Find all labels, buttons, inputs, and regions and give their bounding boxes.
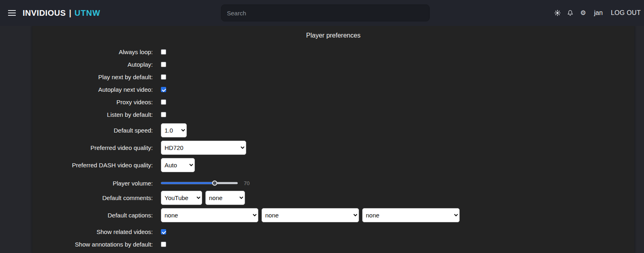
logout-link[interactable]: LOG OUT bbox=[611, 9, 641, 17]
proxy-videos-label: Proxy videos: bbox=[32, 99, 153, 105]
always-loop-checkbox[interactable] bbox=[161, 49, 166, 55]
volume-thumb[interactable] bbox=[212, 181, 217, 186]
default-captions-select-3[interactable]: none bbox=[362, 208, 460, 222]
annotations-checkbox[interactable] bbox=[161, 242, 166, 247]
search-input[interactable] bbox=[221, 4, 429, 21]
default-captions-label: Default captions: bbox=[32, 212, 153, 219]
bell-icon[interactable] bbox=[567, 9, 574, 17]
autoplay-next-checkbox[interactable] bbox=[161, 87, 166, 92]
preferences-form: Always loop: Autoplay: Play next by defa… bbox=[32, 46, 634, 251]
user-name[interactable]: jan bbox=[594, 9, 603, 17]
volume-value: 70 bbox=[244, 180, 249, 186]
pref-row-play-next: Play next by default: bbox=[32, 71, 634, 83]
sun-icon[interactable] bbox=[554, 9, 561, 17]
default-comments-select-1[interactable]: YouTube bbox=[161, 191, 202, 205]
video-quality-label: Preferred video quality: bbox=[32, 144, 153, 151]
pref-row-listen-default: Listen by default: bbox=[32, 108, 634, 121]
pref-row-player-volume: Player volume: 70 bbox=[32, 175, 634, 191]
preferences-page: Player preferences Always loop: Autoplay… bbox=[32, 26, 634, 253]
default-comments-select-2[interactable]: none bbox=[205, 191, 245, 205]
menu-icon[interactable] bbox=[7, 8, 17, 17]
autoplay-next-label: Autoplay next video: bbox=[32, 86, 153, 93]
related-videos-checkbox[interactable] bbox=[161, 229, 166, 234]
navbar-right: ⚙ jan LOG OUT bbox=[554, 9, 641, 17]
logo-link[interactable]: INVIDIOUS | UTNW bbox=[23, 8, 100, 18]
pref-row-default-comments: Default comments: YouTube none bbox=[32, 191, 634, 205]
pref-row-dash-quality: Preferred DASH video quality: Auto bbox=[32, 158, 634, 172]
pref-row-always-loop: Always loop: bbox=[32, 46, 634, 58]
annotations-label: Show annotations by default: bbox=[32, 241, 153, 248]
pref-row-annotations: Show annotations by default: bbox=[32, 238, 634, 251]
default-comments-label: Default comments: bbox=[32, 194, 153, 201]
default-captions-select-2[interactable]: none bbox=[262, 208, 359, 222]
search-container bbox=[221, 4, 429, 21]
default-captions-select-1[interactable]: none bbox=[161, 208, 258, 222]
pref-row-proxy-videos: Proxy videos: bbox=[32, 96, 634, 108]
pref-row-default-speed: Default speed: 1.0 bbox=[32, 123, 634, 137]
page-title: Player preferences bbox=[32, 26, 634, 39]
pref-row-video-quality: Preferred video quality: HD720 bbox=[32, 141, 634, 155]
logo-instance-text: UTNW bbox=[74, 8, 100, 18]
pref-row-related-videos: Show related videos: bbox=[32, 226, 634, 238]
play-next-checkbox[interactable] bbox=[161, 74, 166, 80]
video-quality-select[interactable]: HD720 bbox=[161, 141, 246, 155]
play-next-label: Play next by default: bbox=[32, 74, 153, 80]
dash-quality-select[interactable]: Auto bbox=[161, 158, 195, 172]
pref-row-autoplay: Autoplay: bbox=[32, 58, 634, 71]
pref-row-default-captions: Default captions: none none none bbox=[32, 208, 634, 222]
top-navbar: INVIDIOUS | UTNW bbox=[0, 0, 644, 26]
logo-primary-text: INVIDIOUS bbox=[23, 8, 66, 18]
listen-default-label: Listen by default: bbox=[32, 111, 153, 118]
logo-separator: | bbox=[69, 8, 72, 18]
default-speed-select[interactable]: 1.0 bbox=[161, 123, 187, 137]
volume-fill bbox=[161, 182, 215, 184]
pref-row-autoplay-next: Autoplay next video: bbox=[32, 83, 634, 96]
proxy-videos-checkbox[interactable] bbox=[161, 99, 166, 105]
autoplay-checkbox[interactable] bbox=[161, 62, 166, 67]
always-loop-label: Always loop: bbox=[32, 48, 153, 55]
volume-track bbox=[161, 182, 238, 184]
autoplay-label: Autoplay: bbox=[32, 61, 153, 68]
player-volume-slider[interactable] bbox=[161, 179, 238, 187]
gear-icon[interactable]: ⚙ bbox=[580, 9, 587, 17]
navbar-left: INVIDIOUS | UTNW bbox=[7, 8, 100, 18]
default-speed-label: Default speed: bbox=[32, 127, 153, 134]
player-volume-label: Player volume: bbox=[32, 180, 153, 187]
related-videos-label: Show related videos: bbox=[32, 228, 153, 235]
listen-default-checkbox[interactable] bbox=[161, 112, 166, 117]
dash-quality-label: Preferred DASH video quality: bbox=[32, 162, 153, 169]
